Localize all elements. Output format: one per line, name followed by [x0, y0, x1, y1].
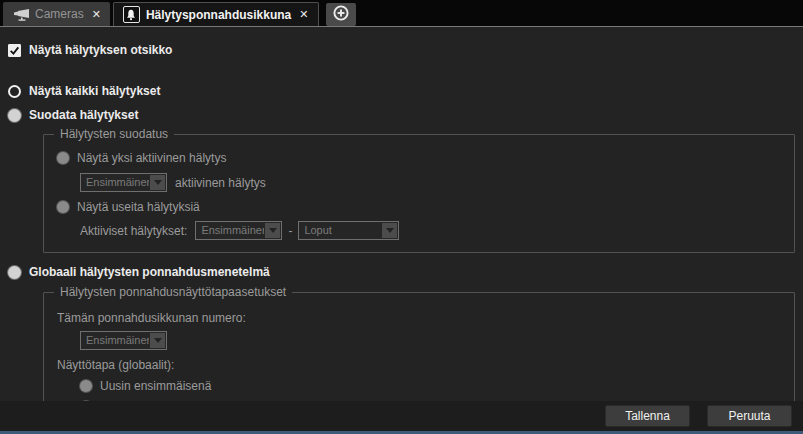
display-mode-label-row: Näyttötapa (globaalit): — [57, 358, 794, 372]
chevron-down-icon[interactable] — [382, 223, 397, 238]
popup-number-value: Ensimmäinen — [81, 332, 149, 349]
show-multiple-alarms-label: Näytä useita hälytyksiä — [77, 200, 200, 214]
add-tab-button[interactable] — [326, 3, 356, 26]
newest-first-option[interactable]: Uusin ensimmäisenä — [80, 379, 794, 393]
popup-number-label-row: Tämän ponnahdusikkunan numero: — [57, 311, 794, 325]
footer-button-bar: Tallenna Peruuta — [0, 401, 803, 431]
checkbox-checked-icon[interactable] — [8, 44, 21, 57]
radio-unselected-icon[interactable] — [8, 85, 21, 98]
single-alarm-suffix-label: aktiivinen hälytys — [175, 176, 266, 190]
filter-alarms-option[interactable]: Suodata hälytykset — [8, 108, 803, 122]
global-popup-display-group-title: Hälytysten ponnahdusnäyttötapaasetukset — [54, 285, 292, 299]
show-single-alarm-label: Näytä yksi aktiivinen hälytys — [77, 151, 226, 165]
single-alarm-dropdown-value: Ensimmäinen — [81, 174, 149, 191]
display-mode-label: Näyttötapa (globaalit): — [57, 358, 174, 372]
range-from-value: Ensimmäinen — [196, 222, 264, 239]
range-from-dropdown[interactable]: Ensimmäinen — [195, 221, 282, 240]
popup-number-label: Tämän ponnahdusikkunan numero: — [57, 311, 246, 325]
close-icon[interactable]: ✕ — [92, 9, 101, 20]
show-alarm-title-label: Näytä hälytyksen otsikko — [29, 43, 172, 57]
save-button[interactable]: Tallenna — [605, 405, 690, 427]
plus-circle-icon — [332, 4, 350, 26]
active-alarms-range-row: Aktiiviset hälytykset: Ensimmäinen - Lop… — [80, 221, 794, 240]
radio-selected-icon[interactable] — [8, 266, 21, 279]
chevron-down-icon[interactable] — [150, 333, 165, 348]
show-all-alarms-option[interactable]: Näytä kaikki hälytykset — [8, 84, 803, 98]
active-alarms-label: Aktiiviset hälytykset: — [80, 224, 187, 238]
range-to-value: Loput — [299, 222, 381, 239]
range-separator: - — [288, 224, 292, 238]
show-alarm-title-option[interactable]: Näytä hälytyksen otsikko — [8, 43, 803, 57]
close-icon[interactable]: ✕ — [299, 9, 308, 20]
global-popup-method-option[interactable]: Globaali hälytysten ponnahdusmenetelmä — [8, 265, 803, 279]
alarm-filter-group-title: Hälytysten suodatus — [54, 127, 174, 141]
camera-icon — [12, 8, 30, 21]
radio-disabled-icon[interactable] — [80, 380, 92, 392]
show-single-alarm-option[interactable]: Näytä yksi aktiivinen hälytys — [57, 151, 794, 165]
range-to-dropdown[interactable]: Loput — [298, 221, 399, 240]
radio-disabled-icon[interactable] — [57, 201, 69, 213]
show-multiple-alarms-option[interactable]: Näytä useita hälytyksiä — [57, 200, 794, 214]
tab-bar: Cameras ✕ Hälytysponnahdusikkuna ✕ — [0, 0, 803, 27]
tab-cameras[interactable]: Cameras ✕ — [3, 2, 110, 26]
settings-panel: Näytä hälytyksen otsikko Näytä kaikki hä… — [0, 28, 803, 401]
show-all-alarms-label: Näytä kaikki hälytykset — [29, 84, 160, 98]
global-popup-method-label: Globaali hälytysten ponnahdusmenetelmä — [29, 265, 270, 279]
alarm-filter-group: Hälytysten suodatus Näytä yksi aktiivine… — [43, 134, 795, 253]
filter-alarms-label: Suodata hälytykset — [29, 108, 138, 122]
chevron-down-icon[interactable] — [265, 223, 280, 238]
single-alarm-dropdown[interactable]: Ensimmäinen — [80, 173, 167, 192]
newest-first-label: Uusin ensimmäisenä — [100, 379, 211, 393]
bell-icon — [123, 6, 140, 23]
radio-disabled-icon[interactable] — [57, 152, 69, 164]
tab-alarm-popup[interactable]: Hälytysponnahdusikkuna ✕ — [113, 2, 319, 26]
single-alarm-row: Ensimmäinen aktiivinen hälytys — [80, 173, 794, 192]
tab-cameras-label: Cameras — [35, 7, 84, 21]
popup-number-row: Ensimmäinen — [80, 331, 794, 350]
cancel-button[interactable]: Peruuta — [707, 405, 792, 427]
popup-number-dropdown[interactable]: Ensimmäinen — [80, 331, 167, 350]
tab-alarm-popup-label: Hälytysponnahdusikkuna — [146, 8, 291, 22]
radio-selected-icon[interactable] — [8, 109, 21, 122]
chevron-down-icon[interactable] — [150, 175, 165, 190]
alarm-popup-settings-window: Cameras ✕ Hälytysponnahdusikkuna ✕ — [0, 0, 803, 434]
